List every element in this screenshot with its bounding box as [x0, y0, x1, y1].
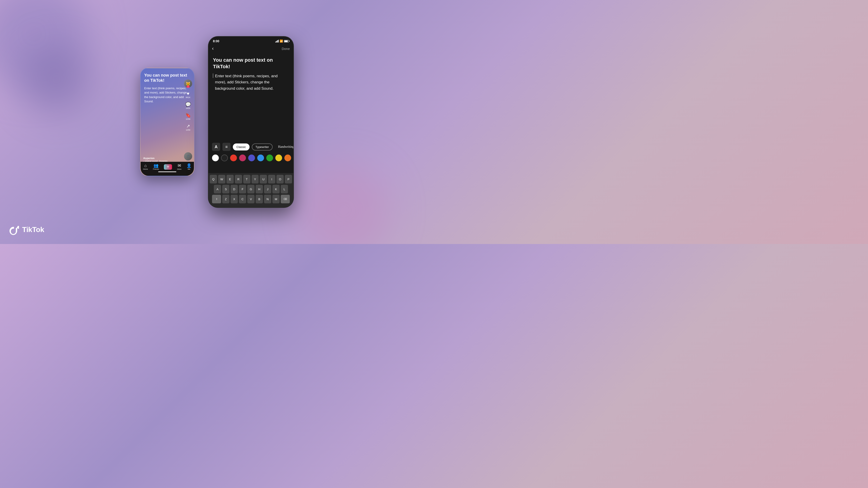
tiktok-logo-text: TikTok — [22, 225, 44, 234]
key-o[interactable]: O — [276, 175, 284, 184]
key-l[interactable]: L — [281, 185, 288, 193]
creator-avatar[interactable]: 🐱 — [184, 79, 192, 88]
battery-icon — [284, 40, 289, 42]
signal-bar-1 — [275, 41, 276, 42]
battery-fill — [284, 40, 288, 42]
key-z[interactable]: Z — [222, 195, 229, 203]
key-k[interactable]: K — [272, 185, 280, 193]
comment-button[interactable]: 💬 3456 — [185, 102, 191, 109]
like-button[interactable]: ♥ 991K — [186, 91, 190, 98]
bottom-nav: ⌂ Home 👥 Friends + ✉ Inbox 👤 Me — [141, 164, 194, 170]
home-indicator — [158, 171, 176, 172]
nav-friends[interactable]: 👥 Friends — [153, 164, 159, 170]
key-b[interactable]: B — [256, 195, 263, 203]
heart-icon: ♥ — [187, 91, 189, 96]
key-d[interactable]: D — [230, 185, 238, 193]
phone-right-header: ‹ Done — [209, 45, 293, 53]
key-x[interactable]: X — [230, 195, 238, 203]
font-handwriting-button[interactable]: Handwriting — [275, 144, 293, 150]
signal-bar-2 — [276, 41, 277, 42]
wifi-icon: 📶 — [280, 39, 283, 43]
nav-inbox[interactable]: ✉ Inbox — [177, 164, 182, 170]
key-r[interactable]: R — [235, 175, 242, 184]
key-f[interactable]: F — [239, 185, 246, 193]
phone-left-title: You can now post text on TikTok! — [144, 73, 190, 84]
username: ihyperion — [143, 157, 183, 160]
text-cursor — [213, 73, 213, 78]
share-button[interactable]: ↗ 1256 — [186, 124, 190, 131]
keyboard: Q W E R T Y U I O P A S D F G H J K L — [209, 173, 293, 207]
key-t[interactable]: T — [243, 175, 250, 184]
side-actions: 🐱 ♥ 991K 💬 3456 🔖 1256 ↗ 1256 — [184, 79, 192, 131]
align-icon: ≡ — [225, 144, 228, 149]
key-backspace[interactable]: ⌫ — [281, 195, 290, 203]
friends-icon: 👥 — [153, 164, 158, 168]
tiktok-logo: TikTok — [9, 224, 44, 235]
back-button[interactable]: ‹ — [212, 46, 214, 52]
me-icon: 👤 — [186, 164, 191, 168]
key-q[interactable]: Q — [210, 175, 217, 184]
status-time: 8:00 — [213, 39, 219, 43]
font-typewriter-button[interactable]: Typewriter — [252, 143, 273, 151]
done-button[interactable]: Done — [282, 47, 290, 51]
comment-icon: 💬 — [185, 102, 191, 107]
phone-right: 8:00 📶 ‹ Done You can now post text — [208, 36, 294, 208]
keyboard-row-1: Q W E R T Y U I O P — [210, 175, 292, 184]
align-button[interactable]: ≡ — [222, 143, 230, 151]
inbox-icon: ✉ — [178, 164, 181, 168]
phone-left: You can now post text on TikTok! Enter t… — [140, 68, 194, 176]
scene: You can now post text on TikTok! Enter t… — [140, 36, 294, 208]
color-picker — [209, 153, 293, 163]
color-orange[interactable] — [284, 155, 291, 161]
key-i[interactable]: I — [268, 175, 275, 184]
nav-me[interactable]: 👤 Me — [186, 164, 191, 170]
color-black[interactable] — [221, 155, 228, 161]
bookmark-button[interactable]: 🔖 1256 — [185, 113, 191, 120]
status-bar: 8:00 📶 — [209, 37, 293, 45]
key-h[interactable]: H — [256, 185, 263, 193]
color-red[interactable] — [230, 155, 237, 161]
font-style-button[interactable]: A — [212, 143, 220, 151]
font-classic-label: Classic — [237, 145, 246, 149]
color-pink[interactable] — [239, 155, 246, 161]
key-m[interactable]: M — [272, 195, 280, 203]
key-j[interactable]: J — [264, 185, 271, 193]
tiktok-logo-icon — [9, 224, 20, 235]
color-white[interactable] — [212, 155, 219, 161]
sound-avatar: 🎵 — [184, 152, 192, 160]
key-s[interactable]: S — [222, 185, 229, 193]
font-classic-button[interactable]: Classic — [233, 143, 250, 151]
cursor-line: Enter text (think poems, recipes, and mo… — [213, 73, 289, 92]
phone-bottom-nav: ⌂ Home 👥 Friends + ✉ Inbox 👤 Me — [141, 162, 194, 176]
color-purple[interactable] — [248, 155, 255, 161]
create-button[interactable]: + — [164, 164, 172, 170]
key-y[interactable]: Y — [252, 175, 259, 184]
keyboard-row-2: A S D F G H J K L — [210, 185, 292, 193]
signal-bar-3 — [277, 40, 278, 42]
key-a[interactable]: A — [214, 185, 221, 193]
status-icons: 📶 — [275, 39, 289, 43]
color-yellow[interactable] — [275, 155, 282, 161]
key-c[interactable]: C — [239, 195, 246, 203]
font-a-icon: A — [215, 144, 218, 149]
key-shift[interactable]: ⇧ — [212, 195, 221, 203]
key-v[interactable]: V — [247, 195, 254, 203]
bookmark-icon: 🔖 — [185, 113, 191, 118]
key-w[interactable]: W — [218, 175, 225, 184]
key-p[interactable]: P — [285, 175, 292, 184]
content-title: You can now post text on TikTok! — [213, 57, 289, 70]
key-u[interactable]: U — [260, 175, 267, 184]
content-body: Enter text (think poems, recipes, and mo… — [215, 73, 289, 92]
key-n[interactable]: N — [264, 195, 271, 203]
color-blue[interactable] — [257, 155, 264, 161]
color-green[interactable] — [266, 155, 273, 161]
keyboard-row-3: ⇧ Z X C V B N M ⌫ — [210, 195, 292, 203]
font-handwriting-label: Handwriting — [278, 145, 293, 149]
signal-bar-4 — [278, 40, 279, 42]
key-e[interactable]: E — [226, 175, 234, 184]
nav-home[interactable]: ⌂ Home — [143, 164, 148, 170]
font-typewriter-label: Typewriter — [255, 145, 269, 149]
signal-icon — [275, 40, 279, 42]
key-g[interactable]: G — [247, 185, 254, 193]
plus-icon: + — [166, 164, 169, 169]
